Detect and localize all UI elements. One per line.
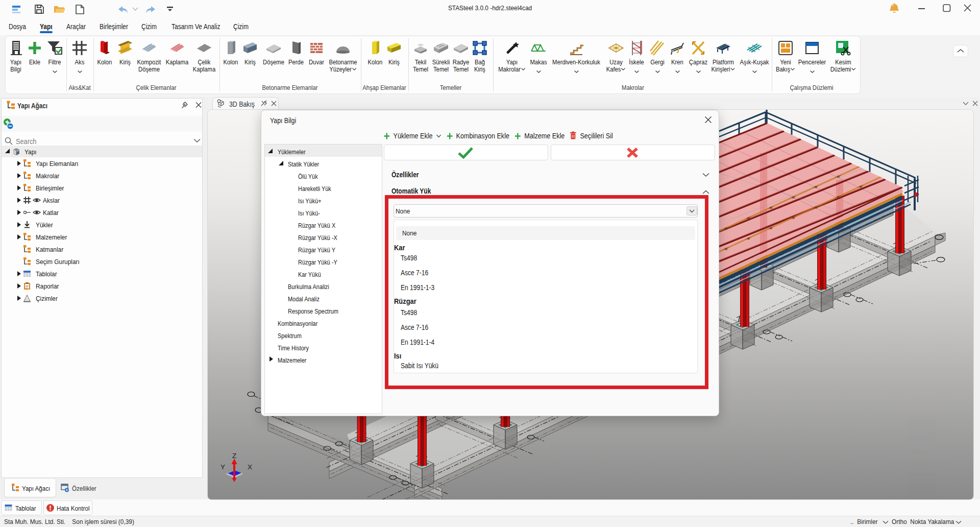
- svg-text:Y: Y: [220, 463, 225, 471]
- svg-text:X: X: [248, 463, 252, 471]
- svg-text:Z: Z: [232, 452, 236, 460]
